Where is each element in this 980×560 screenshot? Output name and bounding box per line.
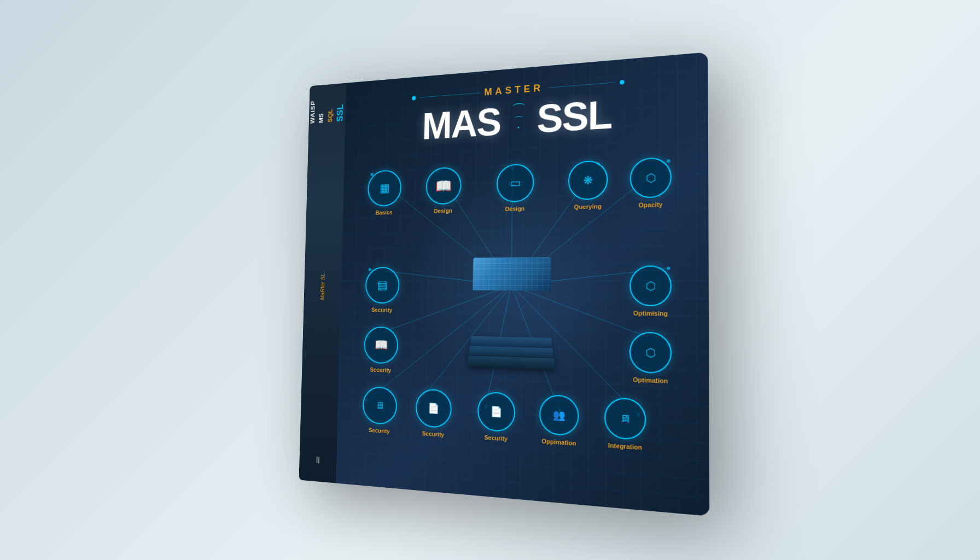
- node-circle-basics: ▦: [368, 170, 402, 207]
- node-circle-security3: 🖥: [363, 386, 398, 425]
- title-ssl: SSL: [536, 91, 611, 141]
- oppimation-icon: 👥: [553, 409, 565, 422]
- node-basics: ▦ Basics: [367, 170, 401, 216]
- node-security1: ▤ Security: [365, 267, 400, 313]
- design2-label: Design: [505, 205, 524, 212]
- cover-header: MASTER MAS ⌒ ⌒ • SSL: [363, 71, 684, 151]
- spine-bottom-icon: ⏸: [313, 454, 322, 466]
- opacity-label: Opacity: [639, 201, 663, 209]
- security5-label: Security: [484, 434, 508, 442]
- node-optimising: ⬡ Optimising: [629, 265, 672, 317]
- node-circle-design2: ▭: [497, 164, 534, 203]
- book-top-face: [473, 257, 551, 290]
- security4-icon: 📄: [428, 402, 439, 415]
- node-circle-security1: ▤: [365, 267, 400, 304]
- spine-text-ssl: SSL: [335, 98, 346, 122]
- spine-text-wasp: WAISP: [309, 100, 317, 124]
- title-mas: MAS: [422, 100, 501, 148]
- security3-icon: 🖥: [375, 400, 384, 411]
- design1-label: Design: [434, 207, 452, 214]
- node-circle-optimation: ⬡: [629, 331, 672, 374]
- node-opacity: ⬡ Opacity: [630, 157, 672, 209]
- header-dot-left: [412, 96, 416, 100]
- querying-icon: ❋: [583, 173, 593, 187]
- node-design1: 📖 Design: [425, 167, 462, 214]
- security2-label: Security: [370, 366, 391, 374]
- book-top-grid: [473, 257, 551, 290]
- security3-label: Security: [369, 427, 390, 435]
- optimation-icon: ⬡: [645, 346, 656, 360]
- node-circle-opacity: ⬡: [630, 157, 672, 199]
- basics-icon: ▦: [379, 182, 389, 195]
- optimising-label: Optimising: [633, 310, 668, 317]
- spine-subtitle: MaRter SL: [319, 273, 325, 300]
- header-dash-right: [548, 82, 615, 88]
- security5-icon: 📄: [490, 406, 502, 419]
- spine-text-ms: MS: [318, 100, 325, 123]
- security1-label: Security: [371, 306, 393, 313]
- node-integration: 🖥 Integration: [604, 398, 646, 452]
- header-dash-left: [420, 92, 480, 97]
- node-circle-security2: 📖: [364, 326, 399, 364]
- integration-icon: 🖥: [620, 412, 631, 425]
- basics-label: Basics: [375, 209, 392, 215]
- node-circle-querying: ❋: [568, 160, 608, 200]
- security2-icon: 📖: [374, 338, 387, 352]
- master-label: MASTER: [484, 82, 544, 98]
- integration-label: Integration: [608, 442, 642, 451]
- node-circle-security5: 📄: [477, 392, 516, 433]
- spine-text-sql: SQL: [326, 99, 334, 123]
- stacked-books: [463, 257, 561, 370]
- scene: WAISP MS SQL SSL MaRter SL ⏸ MASTER: [162, 34, 818, 526]
- querying-label: Querying: [574, 203, 602, 211]
- central-illustration: ▦ Basics 📖 Design ▭ Desi: [355, 139, 684, 495]
- node-querying: ❋ Querying: [568, 160, 608, 211]
- optimation-label: Optimation: [633, 376, 668, 384]
- oppimation-label: Oppimation: [541, 438, 576, 447]
- design2-icon: ▭: [510, 176, 521, 191]
- node-circle-design1: 📖: [425, 167, 462, 205]
- design1-icon: 📖: [435, 177, 452, 194]
- security4-label: Security: [422, 430, 445, 439]
- wifi-icon: ⌒ ⌒ •: [511, 104, 526, 131]
- opacity-icon: ⬡: [645, 171, 656, 185]
- node-oppimation: 👥 Oppimation: [539, 394, 579, 447]
- node-security3: 🖥 Security: [362, 386, 397, 435]
- node-circle-integration: 🖥: [604, 398, 646, 441]
- spine-title: WAISP MS SQL SSL: [309, 98, 346, 124]
- optimising-icon: ⬡: [645, 279, 656, 293]
- node-circle-optimising: ⬡: [629, 265, 672, 306]
- book-cover: MASTER MAS ⌒ ⌒ • SSL: [336, 52, 710, 516]
- node-design2: ▭ Design: [496, 164, 534, 213]
- node-circle-security4: 📄: [416, 389, 452, 429]
- security1-icon: ▤: [377, 278, 388, 292]
- node-circle-oppimation: 👥: [539, 394, 579, 436]
- node-security5: 📄 Security: [477, 392, 516, 443]
- node-security4: 📄 Security: [415, 389, 452, 439]
- book-container: WAISP MS SQL SSL MaRter SL ⏸ MASTER: [299, 52, 710, 516]
- node-optimation: ⬡ Optimation: [629, 331, 672, 384]
- node-security2: 📖 Security: [364, 326, 399, 374]
- header-dot-right: [620, 79, 624, 84]
